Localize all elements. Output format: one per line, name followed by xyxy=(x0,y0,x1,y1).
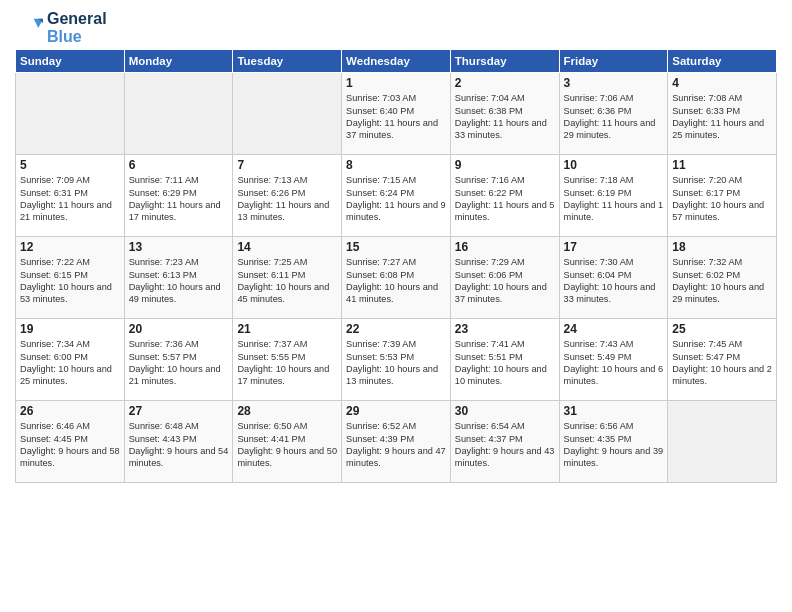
day-number: 29 xyxy=(346,404,446,418)
day-number: 23 xyxy=(455,322,555,336)
day-number: 8 xyxy=(346,158,446,172)
day-number: 7 xyxy=(237,158,337,172)
day-number: 2 xyxy=(455,76,555,90)
calendar-cell: 3Sunrise: 7:06 AMSunset: 6:36 PMDaylight… xyxy=(559,73,668,155)
calendar-cell: 25Sunrise: 7:45 AMSunset: 5:47 PMDayligh… xyxy=(668,319,777,401)
cell-info: Sunrise: 6:46 AMSunset: 4:45 PMDaylight:… xyxy=(20,420,120,470)
calendar-cell: 18Sunrise: 7:32 AMSunset: 6:02 PMDayligh… xyxy=(668,237,777,319)
cell-info: Sunrise: 7:23 AMSunset: 6:13 PMDaylight:… xyxy=(129,256,229,306)
calendar-cell: 20Sunrise: 7:36 AMSunset: 5:57 PMDayligh… xyxy=(124,319,233,401)
day-header-monday: Monday xyxy=(124,50,233,73)
calendar-cell: 11Sunrise: 7:20 AMSunset: 6:17 PMDayligh… xyxy=(668,155,777,237)
calendar-cell: 6Sunrise: 7:11 AMSunset: 6:29 PMDaylight… xyxy=(124,155,233,237)
cell-info: Sunrise: 7:22 AMSunset: 6:15 PMDaylight:… xyxy=(20,256,120,306)
calendar-cell: 28Sunrise: 6:50 AMSunset: 4:41 PMDayligh… xyxy=(233,401,342,483)
cell-info: Sunrise: 7:41 AMSunset: 5:51 PMDaylight:… xyxy=(455,338,555,388)
calendar-cell: 5Sunrise: 7:09 AMSunset: 6:31 PMDaylight… xyxy=(16,155,125,237)
day-header-friday: Friday xyxy=(559,50,668,73)
day-number: 26 xyxy=(20,404,120,418)
day-number: 19 xyxy=(20,322,120,336)
day-headers-row: SundayMondayTuesdayWednesdayThursdayFrid… xyxy=(16,50,777,73)
calendar-table: SundayMondayTuesdayWednesdayThursdayFrid… xyxy=(15,49,777,483)
day-number: 11 xyxy=(672,158,772,172)
cell-info: Sunrise: 7:32 AMSunset: 6:02 PMDaylight:… xyxy=(672,256,772,306)
cell-info: Sunrise: 7:04 AMSunset: 6:38 PMDaylight:… xyxy=(455,92,555,142)
calendar-cell: 16Sunrise: 7:29 AMSunset: 6:06 PMDayligh… xyxy=(450,237,559,319)
calendar-cell: 8Sunrise: 7:15 AMSunset: 6:24 PMDaylight… xyxy=(342,155,451,237)
day-number: 18 xyxy=(672,240,772,254)
calendar-cell: 9Sunrise: 7:16 AMSunset: 6:22 PMDaylight… xyxy=(450,155,559,237)
cell-info: Sunrise: 6:54 AMSunset: 4:37 PMDaylight:… xyxy=(455,420,555,470)
day-number: 22 xyxy=(346,322,446,336)
calendar-cell: 10Sunrise: 7:18 AMSunset: 6:19 PMDayligh… xyxy=(559,155,668,237)
day-number: 27 xyxy=(129,404,229,418)
day-number: 4 xyxy=(672,76,772,90)
cell-info: Sunrise: 7:03 AMSunset: 6:40 PMDaylight:… xyxy=(346,92,446,142)
calendar-cell: 7Sunrise: 7:13 AMSunset: 6:26 PMDaylight… xyxy=(233,155,342,237)
cell-info: Sunrise: 7:43 AMSunset: 5:49 PMDaylight:… xyxy=(564,338,664,388)
cell-info: Sunrise: 7:29 AMSunset: 6:06 PMDaylight:… xyxy=(455,256,555,306)
cell-info: Sunrise: 7:06 AMSunset: 6:36 PMDaylight:… xyxy=(564,92,664,142)
cell-info: Sunrise: 7:16 AMSunset: 6:22 PMDaylight:… xyxy=(455,174,555,224)
day-number: 5 xyxy=(20,158,120,172)
calendar-cell xyxy=(668,401,777,483)
calendar-cell xyxy=(124,73,233,155)
calendar-cell: 1Sunrise: 7:03 AMSunset: 6:40 PMDaylight… xyxy=(342,73,451,155)
calendar-cell: 17Sunrise: 7:30 AMSunset: 6:04 PMDayligh… xyxy=(559,237,668,319)
week-row-4: 19Sunrise: 7:34 AMSunset: 6:00 PMDayligh… xyxy=(16,319,777,401)
week-row-5: 26Sunrise: 6:46 AMSunset: 4:45 PMDayligh… xyxy=(16,401,777,483)
calendar-container: General Blue SundayMondayTuesdayWednesda… xyxy=(0,0,792,491)
cell-info: Sunrise: 7:11 AMSunset: 6:29 PMDaylight:… xyxy=(129,174,229,224)
calendar-cell: 29Sunrise: 6:52 AMSunset: 4:39 PMDayligh… xyxy=(342,401,451,483)
header: General Blue xyxy=(15,10,777,45)
calendar-cell: 22Sunrise: 7:39 AMSunset: 5:53 PMDayligh… xyxy=(342,319,451,401)
week-row-3: 12Sunrise: 7:22 AMSunset: 6:15 PMDayligh… xyxy=(16,237,777,319)
day-number: 21 xyxy=(237,322,337,336)
logo: General Blue xyxy=(15,10,107,45)
day-header-thursday: Thursday xyxy=(450,50,559,73)
calendar-cell: 21Sunrise: 7:37 AMSunset: 5:55 PMDayligh… xyxy=(233,319,342,401)
day-header-sunday: Sunday xyxy=(16,50,125,73)
day-number: 13 xyxy=(129,240,229,254)
week-row-1: 1Sunrise: 7:03 AMSunset: 6:40 PMDaylight… xyxy=(16,73,777,155)
day-number: 14 xyxy=(237,240,337,254)
svg-rect-0 xyxy=(15,14,43,42)
calendar-cell: 24Sunrise: 7:43 AMSunset: 5:49 PMDayligh… xyxy=(559,319,668,401)
cell-info: Sunrise: 7:13 AMSunset: 6:26 PMDaylight:… xyxy=(237,174,337,224)
day-number: 6 xyxy=(129,158,229,172)
calendar-cell: 31Sunrise: 6:56 AMSunset: 4:35 PMDayligh… xyxy=(559,401,668,483)
calendar-cell: 30Sunrise: 6:54 AMSunset: 4:37 PMDayligh… xyxy=(450,401,559,483)
cell-info: Sunrise: 7:37 AMSunset: 5:55 PMDaylight:… xyxy=(237,338,337,388)
day-number: 9 xyxy=(455,158,555,172)
calendar-cell: 19Sunrise: 7:34 AMSunset: 6:00 PMDayligh… xyxy=(16,319,125,401)
cell-info: Sunrise: 6:56 AMSunset: 4:35 PMDaylight:… xyxy=(564,420,664,470)
logo-icon xyxy=(15,14,43,42)
cell-info: Sunrise: 7:45 AMSunset: 5:47 PMDaylight:… xyxy=(672,338,772,388)
calendar-cell: 15Sunrise: 7:27 AMSunset: 6:08 PMDayligh… xyxy=(342,237,451,319)
calendar-cell: 4Sunrise: 7:08 AMSunset: 6:33 PMDaylight… xyxy=(668,73,777,155)
day-number: 30 xyxy=(455,404,555,418)
cell-info: Sunrise: 7:18 AMSunset: 6:19 PMDaylight:… xyxy=(564,174,664,224)
day-number: 1 xyxy=(346,76,446,90)
cell-info: Sunrise: 7:08 AMSunset: 6:33 PMDaylight:… xyxy=(672,92,772,142)
day-number: 28 xyxy=(237,404,337,418)
calendar-cell: 27Sunrise: 6:48 AMSunset: 4:43 PMDayligh… xyxy=(124,401,233,483)
cell-info: Sunrise: 6:50 AMSunset: 4:41 PMDaylight:… xyxy=(237,420,337,470)
day-number: 16 xyxy=(455,240,555,254)
calendar-cell: 12Sunrise: 7:22 AMSunset: 6:15 PMDayligh… xyxy=(16,237,125,319)
day-number: 3 xyxy=(564,76,664,90)
cell-info: Sunrise: 7:34 AMSunset: 6:00 PMDaylight:… xyxy=(20,338,120,388)
calendar-cell: 13Sunrise: 7:23 AMSunset: 6:13 PMDayligh… xyxy=(124,237,233,319)
logo-text: General Blue xyxy=(47,10,107,45)
day-number: 10 xyxy=(564,158,664,172)
day-number: 24 xyxy=(564,322,664,336)
day-number: 17 xyxy=(564,240,664,254)
day-header-saturday: Saturday xyxy=(668,50,777,73)
calendar-cell xyxy=(16,73,125,155)
cell-info: Sunrise: 7:09 AMSunset: 6:31 PMDaylight:… xyxy=(20,174,120,224)
cell-info: Sunrise: 7:25 AMSunset: 6:11 PMDaylight:… xyxy=(237,256,337,306)
day-number: 31 xyxy=(564,404,664,418)
cell-info: Sunrise: 7:27 AMSunset: 6:08 PMDaylight:… xyxy=(346,256,446,306)
calendar-cell: 23Sunrise: 7:41 AMSunset: 5:51 PMDayligh… xyxy=(450,319,559,401)
day-header-tuesday: Tuesday xyxy=(233,50,342,73)
